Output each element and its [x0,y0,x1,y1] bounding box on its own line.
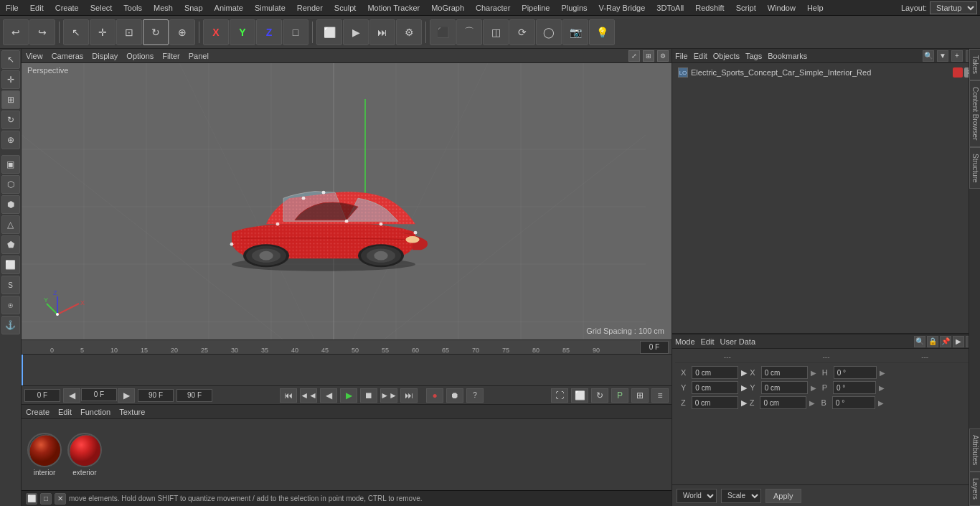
coord-b-val[interactable] [832,396,875,409]
left-tool-2[interactable]: ✛ [1,70,20,89]
transport-play-rev[interactable]: ◀ [320,388,337,403]
coord-h-val[interactable] [834,366,877,379]
om-menu-edit[interactable]: Edit [694,52,707,60]
left-tool-6[interactable]: ▣ [1,155,20,174]
transport-mode6[interactable]: ≡ [651,388,669,403]
render-options-button[interactable]: ⚙ [396,19,422,45]
frame-end2-input[interactable] [176,389,212,402]
world-dropdown[interactable]: World [677,489,717,503]
coord-y-rot[interactable] [761,381,808,394]
vp-menu-filter[interactable]: Filter [161,52,181,60]
menu-3dtoall[interactable]: 3DToAll [651,2,689,14]
menu-file[interactable]: File [0,2,24,14]
om-menu-objects[interactable]: Objects [713,52,740,60]
tab-structure[interactable]: Structure [969,147,980,189]
spline-button[interactable]: ⌒ [456,19,482,45]
frame-start-input[interactable]: 0 F [24,389,60,402]
undo-button[interactable]: ↩ [3,19,29,45]
transport-next-key[interactable]: ►► [380,388,397,403]
tab-content-browser[interactable]: Content Browser [969,80,980,146]
transport-mode2[interactable]: ⬜ [571,388,588,403]
camera-button[interactable]: 📷 [562,19,588,45]
om-menu-file[interactable]: File [675,52,688,60]
left-tool-13[interactable]: ⍟ [1,296,20,314]
attr-search-btn[interactable]: 🔍 [914,336,925,347]
vp-menu-panel[interactable]: Panel [187,52,210,60]
object-button[interactable]: □ [283,19,308,45]
menu-render[interactable]: Render [291,2,329,14]
attr-menu-edit[interactable]: Edit [701,337,715,346]
vp-btn-layout[interactable]: ⊞ [643,50,654,62]
om-menu-bookmarks[interactable]: Bookmarks [768,52,807,60]
redo-button[interactable]: ↪ [29,19,55,45]
attr-arrow-btn[interactable]: ▶ [953,336,964,347]
tab-takes[interactable]: Takes [969,49,980,80]
render-region-button[interactable]: ⬜ [316,19,342,45]
left-tool-8[interactable]: ⬢ [1,195,20,214]
coord-p-val[interactable] [833,381,876,394]
attr-pin-btn[interactable]: 📌 [940,336,951,347]
material-menu-texture[interactable]: Texture [119,408,145,416]
coord-z-rot[interactable] [760,396,806,409]
material-menu-create[interactable]: Create [26,408,50,416]
attr-lock-btn[interactable]: 🔒 [927,336,938,347]
y-axis-button[interactable]: Y [230,19,255,45]
transport-mode3[interactable]: ↻ [591,388,608,403]
left-tool-14[interactable]: ⚓ [1,316,20,334]
menu-mograph[interactable]: MoGraph [425,2,470,14]
left-tool-12[interactable]: S [1,276,20,294]
scale-dropdown[interactable]: Scale [721,489,761,503]
light-button[interactable]: 💡 [589,19,615,45]
menu-window[interactable]: Window [762,2,801,14]
nurbs-button[interactable]: ◫ [483,19,509,45]
transport-mode1[interactable]: ⛶ [551,388,568,403]
vp-menu-display[interactable]: Display [90,52,119,60]
current-frame-input[interactable] [640,341,669,354]
vp-btn-expand[interactable]: ⤢ [628,50,640,62]
transport-auto-key[interactable]: ⏺ [446,388,463,403]
status-icon-3[interactable]: ✕ [55,493,66,505]
menu-pipeline[interactable]: Pipeline [516,2,555,14]
om-filter-btn[interactable]: ▼ [937,50,948,62]
cube-button[interactable]: ⬛ [430,19,456,45]
transport-play[interactable]: ▶ [340,388,357,403]
left-tool-5[interactable]: ⊕ [1,131,20,149]
menu-simulate[interactable]: Simulate [249,2,291,14]
render-view-button[interactable]: ▶ [343,19,369,45]
menu-animate[interactable]: Animate [209,2,249,14]
material-menu-function[interactable]: Function [80,408,110,416]
transport-help[interactable]: ? [466,388,484,403]
apply-button[interactable]: Apply [765,489,801,503]
viewport-3d[interactable]: Perspective [22,63,672,339]
layout-dropdown[interactable]: Startup [930,1,977,14]
frame-next-arrow[interactable]: ▶ [118,388,135,403]
transport-mode4[interactable]: P [611,388,628,403]
transport-go-end[interactable]: ⏭ [400,388,418,403]
coord-z-pos[interactable] [692,396,738,409]
left-tool-9[interactable]: △ [1,215,20,234]
vp-menu-options[interactable]: Options [125,52,155,60]
left-tool-1[interactable]: ↖ [1,50,20,69]
transport-go-start[interactable]: ⏮ [280,388,297,403]
scale-tool-button[interactable]: ⊡ [116,19,142,45]
timeline-track[interactable] [22,355,672,385]
material-exterior[interactable]: exterior [67,433,102,477]
menu-mesh[interactable]: Mesh [148,2,179,14]
frame-end-input[interactable] [138,389,174,402]
material-menu-edit[interactable]: Edit [58,408,72,416]
tab-attributes[interactable]: Attributes [969,428,980,472]
vp-btn-settings[interactable]: ⚙ [657,50,669,62]
attr-menu-userdata[interactable]: User Data [720,337,756,346]
menu-vray[interactable]: V-Ray Bridge [593,2,651,14]
left-tool-4[interactable]: ↻ [1,111,20,129]
environment-button[interactable]: ◯ [536,19,562,45]
menu-script[interactable]: Script [730,2,762,14]
attr-menu-mode[interactable]: Mode [675,337,695,346]
transform-tool-button[interactable]: ⊕ [169,19,195,45]
menu-sculpt[interactable]: Sculpt [329,2,362,14]
coord-y-pos[interactable] [692,381,738,394]
object-item-car[interactable]: LO Electric_Sports_Concept_Car_Simple_In… [675,66,977,79]
frame-current-input[interactable] [81,388,117,401]
transport-prev-key[interactable]: ◄◄ [300,388,317,403]
menu-motion-tracker[interactable]: Motion Tracker [362,2,425,14]
